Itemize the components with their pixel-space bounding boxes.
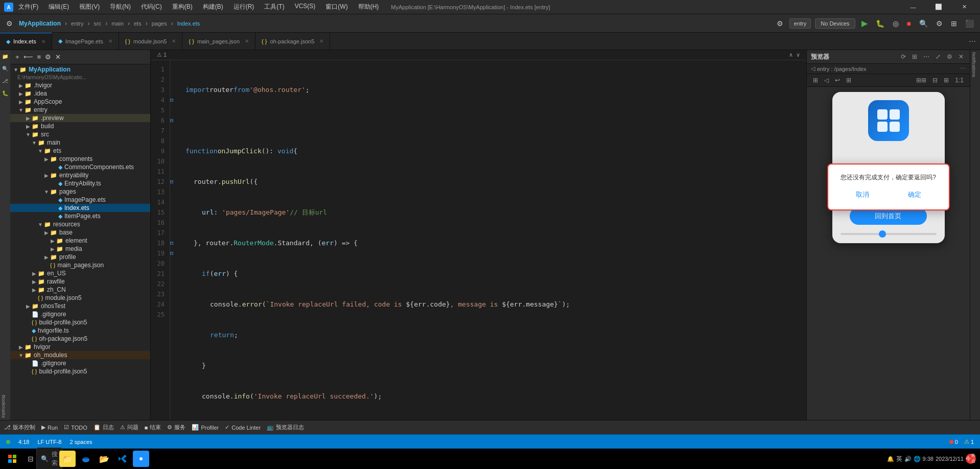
activity-git[interactable]: ⎇ [1, 77, 9, 85]
preview-close-btn[interactable]: ✕ [956, 52, 966, 61]
tree-hvigor-root[interactable]: ▶ 📁 hvigor [10, 343, 150, 351]
tree-mainpages-json[interactable]: ▶ { } main_pages.json [10, 261, 150, 269]
run-icon[interactable]: ▶ [859, 17, 870, 29]
tree-gitignore[interactable]: ▶ 📄 .gitignore [10, 310, 150, 318]
tab-ohpackage-json5[interactable]: { } oh-package.json5 ✕ [255, 33, 330, 50]
tree-idea[interactable]: ▶ 📁 .idea [10, 89, 150, 98]
tree-rawfile[interactable]: ▶ 📁 rawfile [10, 277, 150, 286]
notification-badge[interactable]: 今热点 [966, 454, 976, 464]
tree-hvigorfile[interactable]: ▶ ◆ hvigorfile.ts [10, 326, 150, 335]
tab-index-ets[interactable]: ◆ Index.ets ✕ [0, 33, 52, 50]
taskbar-vscode[interactable] [114, 451, 131, 467]
tab-module-json5[interactable]: { } module.json5 ✕ [119, 33, 183, 50]
tree-build[interactable]: ▶ 📁 build [10, 122, 150, 130]
coverage-icon[interactable]: ◎ [891, 18, 901, 29]
sidebar-collapse-btn[interactable]: ⟵ [22, 52, 34, 62]
tray-notification[interactable]: 🔔 [887, 456, 894, 462]
tree-oh-package[interactable]: ▶ { } oh-package.json5 [10, 335, 150, 343]
activity-search[interactable]: 🔍 [1, 64, 9, 73]
status-errors[interactable]: 0 [947, 438, 960, 445]
tab-close-module[interactable]: ✕ [172, 38, 176, 44]
tree-gitignore2[interactable]: ▶ 📄 .gitignore [10, 359, 150, 367]
entry-dropdown[interactable]: entry [789, 18, 811, 29]
preview-log-button[interactable]: 📺 预览器日志 [267, 424, 304, 431]
menu-refactor[interactable]: 重构(B) [170, 2, 195, 12]
diary-button[interactable]: 📋 日志 [94, 424, 114, 431]
preview-toolbar-btn5[interactable]: ⊞⊞ [914, 76, 928, 85]
linter-button[interactable]: ✓ Code Linter [225, 424, 261, 431]
preview-toolbar-btn3[interactable]: ↩ [833, 76, 842, 85]
sidebar-add-btn[interactable]: + [14, 52, 20, 62]
minimize-button[interactable]: — [901, 0, 925, 14]
preview-grid-btn[interactable]: ⊞ [910, 52, 919, 61]
menu-code[interactable]: 代码(C) [139, 2, 164, 12]
tree-build-profile2[interactable]: ▶ { } build-profile.json5 [10, 367, 150, 376]
menu-file[interactable]: 文件(F) [16, 2, 40, 12]
tree-entryability-ts[interactable]: ▶ ◆ EntryAbility.ts [10, 179, 150, 187]
taskbar-folder[interactable]: 📁 [59, 451, 76, 467]
start-button[interactable] [4, 451, 20, 467]
debug-icon[interactable]: 🐛 [874, 18, 886, 29]
tree-main[interactable]: ▼ 📁 main [10, 138, 150, 147]
sidebar-toggle-icon[interactable]: ⬛ [963, 18, 976, 29]
tree-base[interactable]: ▶ 📁 base [10, 228, 150, 237]
tree-commoncomp[interactable]: ▶ ◆ CommonComponents.ets [10, 163, 150, 171]
tree-module-json5[interactable]: ▶ { } module.json5 [10, 294, 150, 302]
toolbar-settings-icon[interactable]: ⚙ [4, 18, 15, 29]
dialog-cancel-button[interactable]: 取消 [848, 188, 877, 201]
sidebar-settings-btn[interactable]: ⚙ [44, 52, 52, 62]
phone-slider[interactable] [841, 233, 937, 235]
tree-components[interactable]: ▶ 📁 components [10, 155, 150, 163]
preview-toolbar-btn7[interactable]: ⊞ [942, 76, 951, 85]
editor[interactable]: ⚠ 1 ∧ ∨ 1 2 3 4 5 6 7 8 9 10 11 12 13 14 [151, 50, 806, 420]
tab-close-imagepage[interactable]: ✕ [108, 38, 112, 44]
preview-toolbar-btn4[interactable]: ⊞ [844, 76, 853, 85]
profiler-button[interactable]: 📊 Profiler [192, 424, 219, 431]
close-button[interactable]: ✕ [952, 0, 976, 14]
taskbar-search[interactable]: 🔍 搜索 [41, 451, 57, 467]
preview-toolbar-btn6[interactable]: ⊟ [930, 76, 940, 85]
menu-run[interactable]: 运行(R) [231, 2, 256, 12]
services-button[interactable]: ⚙ 服务 [167, 424, 185, 431]
sidebar-sort-btn[interactable]: ≡ [36, 52, 42, 62]
menu-vcs[interactable]: VCS(S) [293, 2, 318, 12]
tree-resources[interactable]: ▼ 📁 resources [10, 220, 150, 228]
rs-notifications-btn[interactable]: Notifications [971, 52, 979, 77]
sidebar-close-btn[interactable]: ✕ [54, 52, 62, 62]
tab-close-mainpages[interactable]: ✕ [245, 38, 249, 44]
tree-appscope[interactable]: ▶ 📁 AppScope [10, 98, 150, 106]
editor-collapse-btn[interactable]: ∧ [789, 52, 793, 58]
tree-entryability[interactable]: ▶ 📁 entryability [10, 171, 150, 179]
tree-zh-cn[interactable]: ▶ 📁 zh_CN [10, 286, 150, 294]
tree-hvigor[interactable]: ▶ 📁 .hvigor [10, 81, 150, 89]
network-icon[interactable]: 🌐 [914, 456, 921, 462]
tree-itempage[interactable]: ▶ ◆ ItemPage.ets [10, 212, 150, 220]
run-button[interactable]: ▶ Run [41, 424, 58, 431]
volume-icon[interactable]: 🔊 [904, 456, 912, 462]
editor-expand-btn[interactable]: ∨ [796, 52, 800, 58]
tree-root[interactable]: ▼ 📁 MyApplication [10, 64, 150, 75]
activity-explorer[interactable]: 📁 [1, 52, 9, 60]
tree-build-profile[interactable]: ▶ { } build-profile.json5 [10, 318, 150, 326]
tree-element[interactable]: ▶ 📁 element [10, 237, 150, 245]
no-devices-dropdown[interactable]: No Devices [815, 18, 855, 29]
end-button[interactable]: ■ 结束 [145, 424, 161, 431]
tree-preview[interactable]: ▶ 📁 .preview [10, 114, 150, 122]
lang-indicator[interactable]: 英 [896, 455, 902, 463]
preview-expand-btn[interactable]: ⤢ [934, 52, 943, 61]
menu-build[interactable]: 构建(B) [201, 2, 225, 12]
taskbar-edge[interactable] [78, 451, 94, 467]
preview-toolbar-btn1[interactable]: ⊞ [811, 76, 820, 85]
tree-pages[interactable]: ▼ 📁 pages [10, 187, 150, 196]
tree-ohostest[interactable]: ▶ 📁 ohosTest [10, 302, 150, 310]
taskbar-files[interactable]: 📂 [96, 451, 112, 467]
tree-ets[interactable]: ▼ 📁 ets [10, 147, 150, 155]
menu-window[interactable]: 窗口(W) [323, 2, 349, 12]
tree-oh-modules[interactable]: ▼ 📁 oh_modules [10, 351, 150, 359]
tree-en-us[interactable]: ▶ 📁 en_US [10, 269, 150, 277]
tab-imagepage-ets[interactable]: ◆ ImagePage.ets ✕ [52, 33, 119, 50]
preview-toolbar-btn8[interactable]: 1:1 [953, 76, 966, 85]
tab-more-button[interactable]: ⋯ [965, 37, 980, 45]
menu-view[interactable]: 视图(V) [77, 2, 102, 12]
issues-button[interactable]: ⚠ 问题 [120, 424, 138, 431]
